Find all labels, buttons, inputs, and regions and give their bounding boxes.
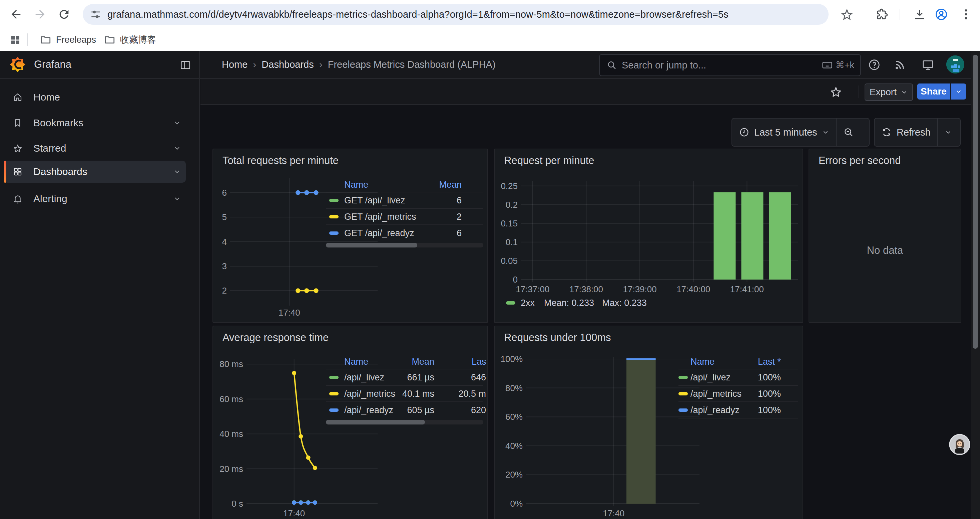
panel-title[interactable]: Requests under 100ms xyxy=(504,332,611,344)
sidebar-item-bookmarks[interactable]: Bookmarks xyxy=(4,113,186,132)
extensions-icon[interactable] xyxy=(875,8,888,21)
time-controls: Last 5 minutes xyxy=(732,118,870,147)
bookmark-icon xyxy=(13,118,23,128)
legend-col-header: Mean xyxy=(439,180,461,190)
breadcrumb-separator: › xyxy=(319,59,323,70)
legend-value: 100% xyxy=(758,405,781,415)
svg-text:100%: 100% xyxy=(501,354,523,364)
brand-name[interactable]: Grafana xyxy=(34,58,72,70)
apps-icon[interactable] xyxy=(10,34,21,46)
download-icon[interactable] xyxy=(913,8,926,21)
svg-text:17:39:00: 17:39:00 xyxy=(623,284,657,294)
legend-value: 100% xyxy=(758,372,781,382)
series-color-pill xyxy=(329,199,339,202)
legend-row[interactable]: GET /api/_metrics2 xyxy=(326,208,483,224)
chevron-down-icon[interactable] xyxy=(173,119,181,127)
time-range-picker[interactable]: Last 5 minutes xyxy=(732,118,836,146)
panel-average-response-time[interactable]: Average response time 80 ms60 ms40 ms20 … xyxy=(213,326,488,519)
refresh-icon xyxy=(881,127,892,137)
legend-text[interactable]: Mean: 0.233 xyxy=(544,298,594,308)
zoom-out-button[interactable] xyxy=(836,118,861,146)
floating-assistant-avatar[interactable] xyxy=(949,434,970,455)
back-icon[interactable] xyxy=(10,8,23,21)
svg-text:0 s: 0 s xyxy=(231,498,243,509)
legend-scrollbar[interactable] xyxy=(326,420,483,425)
chevron-down-icon[interactable] xyxy=(173,195,181,203)
legend-col-header: Las xyxy=(472,357,486,367)
share-button[interactable]: Share xyxy=(917,83,950,99)
page-scrollbar[interactable] xyxy=(970,51,980,519)
legend-row[interactable]: /api/_livez100% xyxy=(678,369,798,385)
bookmarks-divider xyxy=(27,34,28,46)
series-color-pill xyxy=(329,392,339,395)
series-color-pill xyxy=(678,409,688,412)
bookmarks-bar: Freeleaps 收藏博客 xyxy=(0,29,980,51)
legend-row[interactable]: /api/_readyz100% xyxy=(678,401,798,418)
favorite-star-icon[interactable] xyxy=(830,86,842,98)
svg-text:0.2: 0.2 xyxy=(506,200,518,210)
panel-title[interactable]: Errors per second xyxy=(819,155,900,167)
chevron-down-icon[interactable] xyxy=(173,144,181,152)
bookmark-folder-freeleaps[interactable]: Freeleaps xyxy=(36,32,100,47)
browser-menu-icon[interactable] xyxy=(959,8,973,21)
grafana-logo[interactable] xyxy=(10,57,25,72)
profile-icon[interactable] xyxy=(935,8,948,21)
folder-icon xyxy=(40,34,51,45)
sidebar-item-home[interactable]: Home xyxy=(4,88,186,107)
rss-icon[interactable] xyxy=(894,58,906,71)
breadcrumb-home[interactable]: Home xyxy=(222,59,248,70)
bookmark-star-icon[interactable] xyxy=(840,8,854,21)
user-avatar[interactable] xyxy=(946,56,964,73)
svg-text:20%: 20% xyxy=(505,469,523,480)
chevron-down-icon[interactable] xyxy=(173,168,181,176)
panel-total-requests-per-minute[interactable]: Total requests per minute 6543217:40 Nam… xyxy=(213,149,488,323)
series-color-pill xyxy=(329,215,339,219)
panel-title[interactable]: Request per minute xyxy=(504,155,594,167)
legend-text[interactable]: Max: 0.233 xyxy=(602,298,647,308)
sidebar-item-alerting[interactable]: Alerting xyxy=(4,189,186,208)
monitor-icon[interactable] xyxy=(922,58,934,71)
svg-text:5: 5 xyxy=(222,212,227,222)
svg-text:17:40: 17:40 xyxy=(278,308,300,318)
breadcrumb-dashboards[interactable]: Dashboards xyxy=(261,59,313,70)
legend-row[interactable]: GET /api/_readyz6 xyxy=(326,224,483,241)
legend-row[interactable]: /api/_readyz605 µs620 xyxy=(326,401,483,418)
svg-text:17:41:00: 17:41:00 xyxy=(730,284,764,294)
page-scrollbar-thumb[interactable] xyxy=(973,55,978,349)
legend-row[interactable]: /api/_metrics100% xyxy=(678,385,798,401)
legend-scrollbar[interactable] xyxy=(326,243,483,248)
series-color-pill xyxy=(329,409,339,412)
sidebar-toggle-icon[interactable] xyxy=(180,59,191,71)
url-bar[interactable]: grafana.mathmast.com/d/deytv4rwavabkb/fr… xyxy=(83,4,829,25)
legend-line: 2xxMean: 0.233Max: 0.233 xyxy=(506,296,647,310)
legend-row[interactable]: GET /api/_livez6 xyxy=(326,192,483,208)
reload-icon[interactable] xyxy=(57,8,71,21)
legend-row[interactable]: /api/_metrics40.1 ms20.5 m xyxy=(326,385,483,401)
export-button[interactable]: Export xyxy=(865,83,913,101)
refresh-button[interactable]: Refresh xyxy=(875,118,937,146)
svg-text:40 ms: 40 ms xyxy=(220,429,243,439)
legend-value: 100% xyxy=(758,388,781,399)
legend-scrollbar-thumb[interactable] xyxy=(326,243,417,248)
help-icon[interactable] xyxy=(868,58,881,71)
panel-title[interactable]: Average response time xyxy=(223,332,329,344)
zoom-out-icon xyxy=(843,127,854,137)
search-input[interactable]: Search or jump to... ⌘+k xyxy=(599,54,861,76)
grafana-app: Grafana Home › Dashboards › Freeleaps Me… xyxy=(0,51,980,519)
legend-text[interactable]: 2xx xyxy=(521,298,535,308)
site-info-icon[interactable] xyxy=(90,9,102,20)
refresh-interval-button[interactable] xyxy=(937,118,959,146)
legend-row[interactable]: /api/_livez661 µs646 xyxy=(326,369,483,385)
sidebar-item-starred[interactable]: Starred xyxy=(4,139,186,158)
refresh-label: Refresh xyxy=(897,127,931,138)
sidebar-item-dashboards[interactable]: Dashboards xyxy=(4,161,186,183)
panel-title[interactable]: Total requests per minute xyxy=(223,155,339,167)
panel-requests-under-100ms[interactable]: Requests under 100ms 100%80%60%40%20%0%1… xyxy=(494,326,803,519)
panel-request-per-minute[interactable]: Request per minute 0.250.20.150.10.05017… xyxy=(494,149,803,323)
forward-icon[interactable] xyxy=(33,8,47,21)
legend-scrollbar-thumb[interactable] xyxy=(326,420,425,425)
share-menu-button[interactable] xyxy=(951,83,966,99)
bookmark-folder-blogs[interactable]: 收藏博客 xyxy=(100,32,160,47)
panel-errors-per-second[interactable]: Errors per second No data xyxy=(808,149,961,323)
chevron-down-icon xyxy=(900,88,908,96)
